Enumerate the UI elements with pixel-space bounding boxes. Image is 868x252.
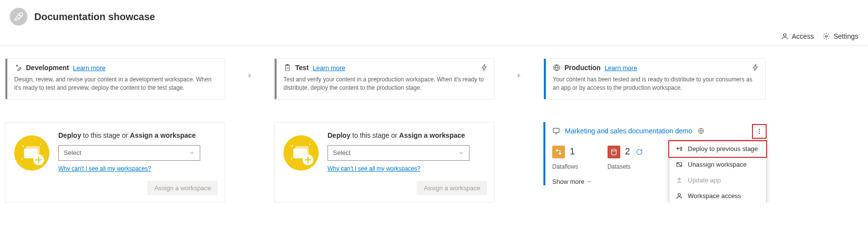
gear-icon [822, 32, 830, 40]
person-icon [675, 192, 683, 200]
upload-icon [675, 176, 683, 184]
stage-title: Test [295, 64, 309, 72]
deploy-previous-icon [675, 145, 683, 153]
svg-rect-25 [556, 149, 558, 151]
stage-description: Design, review, and revise your content … [14, 76, 218, 92]
menu-update-app: Update app [669, 173, 766, 188]
person-icon [781, 32, 789, 40]
svg-point-19 [291, 158, 292, 159]
learn-more-link[interactable]: Learn more [313, 64, 345, 72]
globe-icon [553, 64, 561, 72]
chevron-down-icon [586, 179, 592, 184]
clipboard-icon [283, 64, 291, 72]
globe-small-icon [697, 127, 705, 135]
production-workspace-panel: Marketing and sales documentation demo 1… [543, 122, 766, 185]
svg-point-27 [611, 149, 616, 151]
workspace-select[interactable]: Select [58, 145, 200, 161]
assign-workspace-card-test: Deploy to this stage or Assign a workspa… [274, 122, 494, 202]
svg-point-17 [291, 145, 293, 147]
page-title: Documentation showcase [34, 11, 155, 23]
assign-workspace-card-dev: Deploy to this stage or Assign a workspa… [5, 122, 225, 202]
refresh-icon[interactable] [636, 149, 643, 155]
svg-point-0 [19, 15, 20, 16]
chevron-down-icon [458, 150, 464, 156]
stage-title: Production [564, 64, 601, 72]
top-toolbar: Access Settings [0, 29, 868, 46]
svg-point-18 [309, 143, 310, 144]
stage-development: Development Learn more Design, review, a… [5, 58, 225, 100]
lightning-icon[interactable] [752, 64, 759, 73]
menu-unassign-workspace[interactable]: Unassign workspace [669, 157, 766, 173]
page-header: Documentation showcase [0, 0, 868, 29]
stage-arrow-icon [494, 58, 543, 79]
svg-point-24 [759, 133, 760, 134]
svg-point-11 [40, 143, 41, 144]
svg-rect-15 [295, 146, 309, 156]
workspace-context-menu: Deploy to previous stage Unassign worksp… [669, 140, 767, 202]
more-options-button[interactable] [752, 124, 767, 139]
workspace-add-icon [283, 135, 319, 171]
monitor-icon [552, 127, 560, 135]
svg-point-12 [22, 158, 23, 159]
menu-deploy-previous[interactable]: Deploy to previous stage [668, 140, 767, 158]
workspace-link[interactable]: Marketing and sales documentation demo [565, 127, 692, 135]
workspace-add-icon [14, 135, 49, 171]
stage-production: Production Learn more Your content has b… [543, 58, 766, 100]
assign-workspace-button[interactable]: Assign a workspace [147, 181, 218, 195]
svg-point-23 [759, 131, 760, 132]
svg-point-2 [825, 35, 827, 37]
svg-point-22 [759, 128, 760, 129]
stage-description: Your content has been tested and is read… [553, 76, 758, 92]
stage-description: Test and verify your content in a prepro… [283, 76, 487, 92]
svg-point-32 [678, 194, 680, 196]
workspace-select[interactable]: Select [328, 145, 469, 161]
stat-datasets: 2 Datasets [608, 146, 643, 170]
stage-title: Development [26, 64, 69, 72]
svg-rect-8 [26, 146, 40, 156]
svg-rect-26 [559, 152, 561, 154]
learn-more-link[interactable]: Learn more [605, 64, 637, 72]
lower-row: Deploy to this stage or Assign a workspa… [0, 100, 868, 202]
why-workspaces-link[interactable]: Why can't I see all my workspaces? [58, 165, 151, 172]
learn-more-link[interactable]: Learn more [73, 64, 105, 72]
show-more-button[interactable]: Show more [552, 178, 592, 185]
dataflow-icon [552, 146, 565, 158]
lightning-icon[interactable] [481, 64, 488, 73]
access-button[interactable]: Access [781, 32, 814, 40]
settings-button[interactable]: Settings [822, 32, 858, 40]
more-vertical-icon [756, 128, 763, 135]
stage-arrow-icon [225, 58, 274, 79]
svg-point-10 [22, 145, 23, 147]
stage-test: Test Learn more Test and verify your con… [274, 58, 494, 100]
dataset-icon [608, 146, 620, 158]
assign-workspace-button[interactable]: Assign a workspace [417, 181, 487, 195]
stages-row: Development Learn more Design, review, a… [0, 46, 868, 100]
stat-dataflows: 1 Dataflows [552, 146, 578, 170]
rocket-icon [10, 8, 27, 25]
svg-rect-20 [553, 128, 559, 132]
why-workspaces-link[interactable]: Why can't I see all my workspaces? [328, 165, 421, 172]
svg-point-1 [784, 34, 786, 36]
menu-workspace-access[interactable]: Workspace access [669, 188, 766, 202]
assign-title: Deploy to this stage or Assign a workspa… [58, 131, 218, 139]
unassign-icon [675, 161, 683, 169]
assign-title: Deploy to this stage or Assign a workspa… [328, 131, 487, 139]
chevron-down-icon [189, 150, 195, 156]
tools-icon [14, 64, 22, 72]
